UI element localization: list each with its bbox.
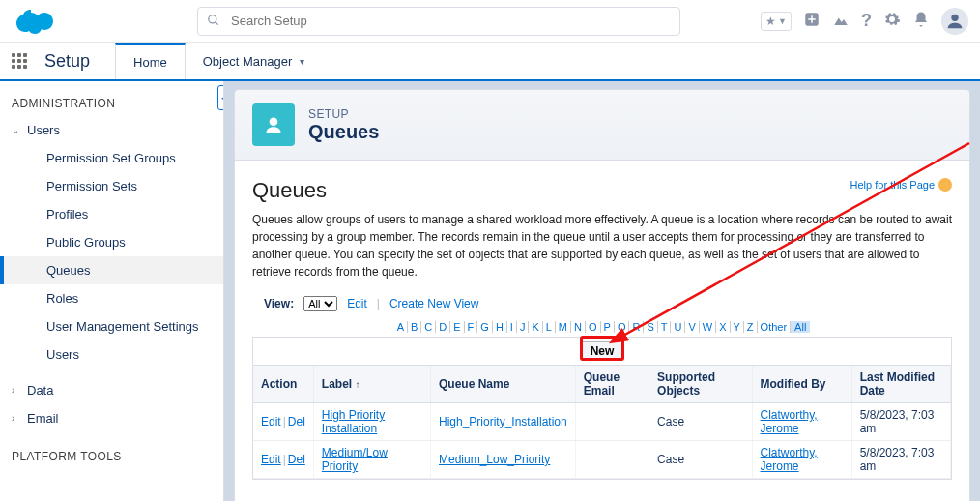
tab-home[interactable]: Home [115, 43, 186, 79]
alpha-N[interactable]: N [571, 321, 586, 333]
alpha-B[interactable]: B [408, 321, 421, 333]
row-supported: Case [649, 403, 752, 441]
chevron-right-icon: › [12, 413, 21, 424]
sidebar-item-queues[interactable]: Queues [0, 256, 223, 284]
alpha-D[interactable]: D [436, 321, 450, 333]
content-card: Help for this Page Queues Queues allow g… [234, 161, 970, 501]
global-search-input[interactable] [197, 7, 680, 36]
alpha-R[interactable]: R [629, 321, 644, 333]
help-for-this-page-link[interactable]: Help for this Page [850, 178, 952, 192]
new-queue-button[interactable]: New [580, 341, 625, 361]
alpha-A[interactable]: A [394, 321, 408, 333]
alpha-L[interactable]: L [543, 321, 556, 333]
row-modified-by-link[interactable]: Clatworthy, Jerome [761, 446, 818, 473]
alpha-F[interactable]: F [465, 321, 478, 333]
queues-table: Action Label ↑ Queue Name Queue Email Su… [253, 366, 951, 479]
sidebar-resize-handle[interactable] [218, 81, 224, 501]
sidebar-item-user-mgmt-settings[interactable]: User Management Settings [0, 312, 223, 340]
global-plus-icon[interactable] [803, 11, 821, 31]
row-label-link[interactable]: High Priority Installation [322, 408, 385, 435]
sidebar-item-permission-sets[interactable]: Permission Sets [0, 172, 223, 200]
table-row: Edit|DelHigh Priority InstallationHigh_P… [253, 403, 951, 441]
col-last-modified[interactable]: Last Modified Date [851, 366, 950, 403]
row-modified-by-link[interactable]: Clatworthy, Jerome [761, 408, 818, 435]
sidebar-item-users-parent[interactable]: ⌄Users [0, 116, 223, 144]
alpha-S[interactable]: S [644, 321, 657, 333]
sidebar-item-public-groups[interactable]: Public Groups [0, 228, 223, 256]
salesforce-logo-icon [12, 5, 60, 38]
col-queue-email[interactable]: Queue Email [575, 366, 649, 403]
global-header: ★ ▼ ? [0, 0, 980, 43]
row-last-modified: 5/8/2023, 7:03 am [851, 403, 950, 441]
alpha-P[interactable]: P [601, 321, 615, 333]
setup-gear-icon[interactable] [883, 11, 901, 31]
row-label-link[interactable]: Medium/Low Priority [322, 446, 388, 473]
page-title: Queues [308, 121, 379, 143]
alpha-X[interactable]: X [716, 321, 730, 333]
view-select[interactable]: All [303, 296, 337, 311]
chevron-down-icon: ⌄ [12, 125, 21, 135]
view-label: View: [264, 297, 294, 310]
row-edit-link[interactable]: Edit [261, 453, 281, 466]
alpha-Y[interactable]: Y [731, 321, 744, 333]
app-launcher-icon[interactable] [12, 53, 31, 69]
sidebar-item-data[interactable]: ›Data [0, 376, 223, 404]
col-action[interactable]: Action [253, 366, 313, 403]
col-modified-by[interactable]: Modified By [752, 366, 851, 403]
create-new-view-link[interactable]: Create New View [389, 297, 478, 310]
user-avatar[interactable] [941, 8, 968, 35]
alpha-G[interactable]: G [477, 321, 493, 333]
row-queue-name-link[interactable]: High_Priority_Installation [439, 415, 567, 428]
help-icon[interactable]: ? [861, 11, 872, 31]
alpha-M[interactable]: M [556, 321, 571, 333]
alpha-Q[interactable]: Q [615, 321, 630, 333]
alpha-U[interactable]: U [671, 321, 685, 333]
svg-point-0 [209, 15, 216, 22]
sidebar-item-users[interactable]: Users [0, 340, 223, 368]
app-name: Setup [44, 51, 90, 72]
alpha-all[interactable]: All [791, 321, 810, 333]
alpha-E[interactable]: E [450, 321, 464, 333]
sidebar-item-roles[interactable]: Roles [0, 284, 223, 312]
description-text: Queues allow groups of users to manage a… [252, 211, 952, 280]
alpha-O[interactable]: O [586, 321, 601, 333]
sidebar-item-email[interactable]: ›Email [0, 404, 223, 432]
alpha-K[interactable]: K [529, 321, 542, 333]
help-badge-icon [938, 178, 952, 192]
row-queue-email [575, 403, 649, 441]
row-del-link[interactable]: Del [288, 453, 305, 466]
sidebar-collapse-handle[interactable]: ◂ [217, 85, 224, 110]
view-edit-link[interactable]: Edit [347, 297, 367, 310]
row-edit-link[interactable]: Edit [261, 415, 281, 428]
alpha-W[interactable]: W [700, 321, 716, 333]
main-content: SETUP Queues Help for this Page Queues Q… [224, 81, 980, 501]
row-queue-name-link[interactable]: Medium_Low_Priority [439, 453, 550, 466]
favorites-button[interactable]: ★ ▼ [761, 12, 792, 31]
queues-icon [252, 103, 295, 146]
notifications-bell-icon[interactable] [912, 11, 930, 31]
svg-point-5 [270, 117, 278, 126]
tab-object-manager[interactable]: Object Manager▾ [186, 43, 323, 79]
breadcrumb: SETUP [308, 107, 379, 121]
alpha-other[interactable]: Other [758, 321, 792, 333]
alpha-J[interactable]: J [517, 321, 530, 333]
trailhead-icon[interactable] [832, 11, 850, 31]
sort-asc-icon: ↑ [356, 379, 360, 390]
alpha-H[interactable]: H [493, 321, 507, 333]
col-queue-name[interactable]: Queue Name [430, 366, 575, 403]
alpha-C[interactable]: C [421, 321, 436, 333]
col-supported-objects[interactable]: Supported Objects [649, 366, 752, 403]
row-queue-email [575, 441, 649, 479]
alpha-Z[interactable]: Z [744, 321, 758, 333]
sidebar-item-permission-set-groups[interactable]: Permission Set Groups [0, 144, 223, 172]
sidebar-item-profiles[interactable]: Profiles [0, 200, 223, 228]
row-del-link[interactable]: Del [288, 415, 305, 428]
alpha-T[interactable]: T [658, 321, 672, 333]
alpha-I[interactable]: I [507, 321, 517, 333]
queues-table-container: New Action Label ↑ Queue Name Queue Emai… [252, 337, 952, 480]
col-label[interactable]: Label ↑ [313, 366, 430, 403]
chevron-down-icon: ▾ [300, 56, 304, 67]
context-bar: Setup Home Object Manager▾ [0, 43, 980, 81]
alpha-V[interactable]: V [685, 321, 699, 333]
table-row: Edit|DelMedium/Low PriorityMedium_Low_Pr… [253, 441, 951, 479]
